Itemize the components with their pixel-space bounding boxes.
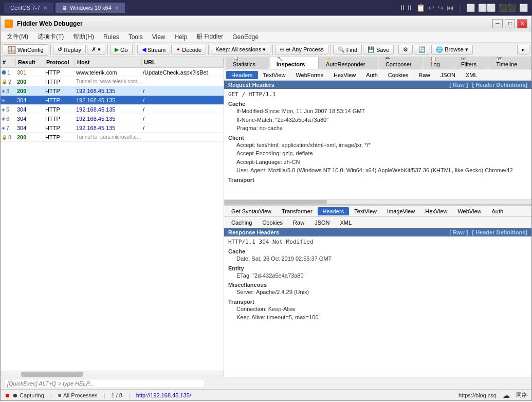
request-hscroll[interactable] bbox=[224, 199, 531, 204]
toolbar-icon-4[interactable]: ↪ bbox=[437, 4, 444, 12]
toolbar-icon-8[interactable]: ⬛⬛ bbox=[499, 4, 516, 12]
toolbar-icon-5[interactable]: ⏮ bbox=[447, 4, 454, 12]
row-host: www.telerik.com bbox=[76, 69, 143, 76]
resp-tab-cookies[interactable]: Cookies bbox=[257, 218, 288, 227]
menu-help2[interactable]: Help bbox=[171, 32, 192, 42]
resp-tab-json[interactable]: JSON bbox=[309, 218, 335, 227]
quickexec-input[interactable] bbox=[5, 379, 205, 388]
toolbar-icon-1[interactable]: ⏸⏸ bbox=[399, 4, 413, 12]
resp-misc-title: Miscellaneous bbox=[228, 282, 527, 288]
resp-tab-transformer[interactable]: Transformer bbox=[277, 207, 318, 215]
resp-header-def-link[interactable]: [ Header Definitions] bbox=[472, 229, 527, 235]
sub-tab-headers[interactable]: Headers bbox=[226, 71, 258, 79]
find-button[interactable]: 🔍 Find bbox=[333, 45, 362, 54]
maximize-button[interactable]: □ bbox=[505, 19, 515, 28]
actions-button[interactable]: ✗ ▾ bbox=[87, 45, 105, 54]
response-headers-content: HTTP/1.1 304 Not Modified Cache Date: Sa… bbox=[224, 236, 531, 377]
session-count: 1 / 8 bbox=[112, 392, 122, 398]
sub-tab-textview[interactable]: TextView bbox=[258, 71, 291, 79]
minimize-button[interactable]: ─ bbox=[492, 19, 503, 28]
all-processes-button[interactable]: ≡ All Processes bbox=[58, 392, 98, 398]
sub-tab-xml[interactable]: XML bbox=[461, 71, 483, 79]
table-row[interactable]: 🔒 8 200 HTTP Tunnel to t.urs.microsoft.c… bbox=[1, 133, 224, 142]
sessions-hscroll[interactable] bbox=[1, 371, 224, 377]
tab-composer[interactable]: ✏ Composer bbox=[379, 57, 423, 69]
header-def-link[interactable]: [ Header Definitions] bbox=[472, 82, 527, 88]
browse-button[interactable]: 🌐 Browse ▾ bbox=[431, 45, 473, 54]
refresh-button[interactable]: 🔄 bbox=[414, 45, 430, 54]
table-row[interactable]: ◈ 4 304 HTTP 192.168.45.135 / bbox=[1, 96, 224, 105]
vm-tab-windows[interactable]: 🖥 Windows 10 x64 ✕ bbox=[56, 3, 125, 13]
menu-view[interactable]: View bbox=[148, 32, 170, 42]
save-button[interactable]: 💾 Save bbox=[363, 45, 394, 54]
row-num: 1 bbox=[7, 69, 10, 76]
replay-button[interactable]: ↺ Replay bbox=[53, 45, 86, 54]
go-button[interactable]: ▶ Go bbox=[110, 45, 133, 54]
sub-tab-webforms[interactable]: WebForms bbox=[290, 71, 328, 79]
resp-tab-auth[interactable]: Auth bbox=[486, 207, 508, 215]
tab-log[interactable]: 📋 Log bbox=[424, 57, 454, 69]
menu-file[interactable]: 文件(M) bbox=[3, 31, 32, 42]
resp-raw-link[interactable]: [ Raw ] bbox=[449, 229, 468, 235]
toolbar-icon-3[interactable]: ↩ bbox=[428, 4, 434, 12]
table-row[interactable]: ◈ 3 200 HTTP 192.168.45.135 / bbox=[1, 86, 224, 96]
more-button[interactable]: ▸ bbox=[517, 45, 529, 54]
row-num: 7 bbox=[6, 125, 9, 131]
vm-tabs-bar: CentOS 7-7 ✕ 🖥 Windows 10 x64 ✕ ⏸⏸ 📋 ↩ ↪… bbox=[0, 0, 532, 15]
any-process-icon: ⊕ bbox=[280, 46, 284, 53]
any-process-button[interactable]: ⊕ ⊕ Any Process bbox=[275, 45, 328, 54]
raw-link[interactable]: [ Raw ] bbox=[449, 82, 468, 88]
menu-fiddler[interactable]: 册 Fiddler bbox=[192, 31, 227, 42]
resp-tab-headers[interactable]: Headers bbox=[318, 207, 350, 215]
toolbar-icon-9[interactable]: ⬜ bbox=[519, 4, 528, 12]
table-row[interactable]: 🔒 2 200 HTTP Tunnel to www.telerik.com:4… bbox=[1, 77, 224, 86]
resp-tab-textview[interactable]: TextView bbox=[349, 207, 382, 215]
resp-tab-syntaxview[interactable]: Get SyntaxView bbox=[226, 207, 277, 215]
row-url: / bbox=[143, 116, 224, 122]
request-hscroll-thumb[interactable] bbox=[224, 200, 327, 204]
resp-tab-hexview[interactable]: HexView bbox=[420, 207, 452, 215]
table-row[interactable]: ◈ 5 304 HTTP 192.168.45.135 / bbox=[1, 105, 224, 114]
vm-tab-centos[interactable]: CentOS 7-7 ✕ bbox=[4, 3, 53, 13]
tab-inspectors[interactable]: 🔧 Inspectors bbox=[270, 57, 319, 69]
stream-button[interactable]: ◀ Stream bbox=[137, 45, 170, 54]
title-bar: 🔶 Fiddler Web Debugger ─ □ ✕ bbox=[1, 16, 531, 31]
sub-tab-cookies[interactable]: Cookies bbox=[383, 71, 414, 79]
table-row[interactable]: ◈ 6 304 HTTP 192.168.45.135 / bbox=[1, 114, 224, 123]
hscroll-thumb[interactable] bbox=[21, 372, 83, 377]
table-row[interactable]: ⬤ 1 301 HTTP www.telerik.com /UpdateChec… bbox=[1, 68, 224, 77]
sub-tab-auth[interactable]: Auth bbox=[361, 71, 383, 79]
tab-timeline[interactable]: 📅 Timeline bbox=[489, 57, 531, 69]
resp-tab-raw[interactable]: Raw bbox=[288, 218, 309, 227]
capturing-button[interactable]: ⏺ ⏺ Capturing bbox=[5, 392, 44, 398]
row-url: / bbox=[143, 97, 224, 103]
decode-button[interactable]: ✦ Decode bbox=[171, 45, 206, 54]
toolbar-icon-2[interactable]: 📋 bbox=[416, 4, 425, 12]
toolbar-icon-7[interactable]: ⬜⬜ bbox=[478, 4, 496, 12]
menu-rules[interactable]: Rules bbox=[99, 32, 123, 42]
toolbar-icon-6[interactable]: ⬜ bbox=[466, 4, 475, 12]
menu-tabs[interactable]: 选项卡(T) bbox=[33, 31, 68, 42]
winconfig-button[interactable]: 🪟 WinConfig bbox=[3, 44, 48, 56]
sub-tab-json[interactable]: JSON bbox=[435, 71, 461, 79]
sub-tab-raw[interactable]: Raw bbox=[414, 71, 435, 79]
resp-tab-caching[interactable]: Caching bbox=[226, 218, 257, 227]
settings-button[interactable]: ⚙ bbox=[398, 45, 413, 54]
resp-tab-xml[interactable]: XML bbox=[335, 218, 357, 227]
tab-autoresponder[interactable]: ⚡ AutoResponder bbox=[319, 57, 378, 69]
tab-filters[interactable]: ☑ Filters bbox=[454, 57, 489, 69]
menu-help[interactable]: 帮助(H) bbox=[69, 31, 98, 42]
close-icon-windows[interactable]: ✕ bbox=[115, 5, 119, 11]
table-row[interactable]: ◈ 7 304 HTTP 192.168.45.135 / bbox=[1, 123, 224, 133]
log-icon: 📋 bbox=[430, 57, 436, 61]
menu-tools[interactable]: Tools bbox=[124, 32, 147, 42]
close-button[interactable]: ✕ bbox=[517, 19, 527, 28]
main-content: # Result Protocol Host URL ⬤ 1 301 HTTP … bbox=[1, 57, 531, 377]
keep-sessions-dropdown[interactable]: Keep: All sessions ▾ bbox=[211, 45, 270, 54]
tab-statistics[interactable]: 📊 Statistics bbox=[226, 57, 269, 69]
menu-geoedge[interactable]: GeoEdge bbox=[228, 32, 263, 42]
sub-tab-hexview[interactable]: HexView bbox=[328, 71, 361, 79]
resp-tab-webview[interactable]: WebView bbox=[452, 207, 486, 215]
resp-tab-imageview[interactable]: ImageView bbox=[382, 207, 420, 215]
close-icon[interactable]: ✕ bbox=[43, 5, 47, 11]
